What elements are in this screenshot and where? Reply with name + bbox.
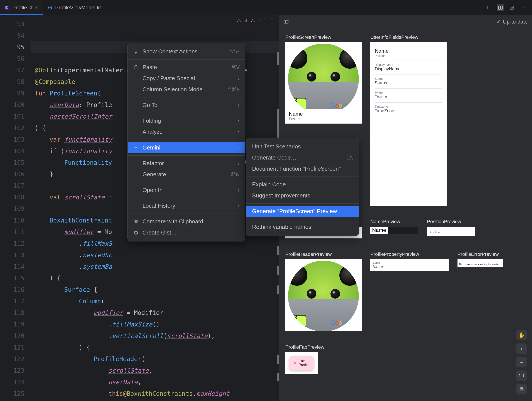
menu-item[interactable]: Folding›	[128, 115, 245, 126]
submenu-arrow-icon: ›	[238, 203, 240, 209]
submenu-arrow-icon: ›	[238, 187, 240, 194]
zoom-fit-icon[interactable]	[516, 384, 527, 395]
menu-item-label: Folding	[142, 117, 234, 124]
menu-shortcut: ⌘N	[231, 172, 240, 178]
menu-item[interactable]: Open In›	[128, 185, 245, 196]
menu-item[interactable]: Create Gist…	[128, 227, 245, 238]
layout-panel-icon[interactable]	[283, 18, 289, 25]
menu-item[interactable]: Show Context Actions⌥↩	[128, 46, 245, 57]
menu-item[interactable]: Document Function "ProfileScreen"	[246, 163, 359, 174]
menu-item[interactable]: Copy / Paste Special›	[128, 73, 245, 84]
menu-item[interactable]: Generate…⌘N	[128, 169, 245, 180]
design-preview-icon[interactable]	[508, 4, 515, 11]
preview-profile-header[interactable]: ProfileHeaderPreview { } Google	[285, 251, 362, 331]
gemini-submenu[interactable]: Unit Test ScenariosGenerate Code…⌘\Docum…	[246, 138, 359, 236]
menu-shortcut: ⌘V	[231, 64, 240, 70]
menu-item[interactable]: Generate "ProfileScreen" Preview	[246, 206, 359, 217]
menu-item[interactable]: Explain Code	[246, 179, 359, 190]
typo-icon: ⚠	[251, 18, 255, 24]
prev-highlight-icon[interactable]: ˄	[265, 18, 267, 24]
svg-rect-5	[499, 6, 500, 9]
menu-item-label: Generate "ProfileScreen" Preview	[252, 208, 353, 215]
menu-item-label: Analyze	[142, 129, 234, 135]
menu-item[interactable]: Column Selection Mode⇧⌘8	[128, 84, 245, 95]
menu-separator	[128, 214, 245, 214]
paste-icon	[133, 65, 139, 70]
tab-profile-kt[interactable]: Profile.kt ×	[0, 0, 43, 15]
menu-shortcut: ⌥↩	[229, 49, 240, 55]
pan-tool-icon[interactable]: ✋	[516, 330, 527, 340]
menu-item-label: Open In	[142, 187, 234, 194]
menu-item[interactable]: Suggest Improvements	[246, 190, 359, 201]
menu-item[interactable]: Refactor›	[128, 158, 245, 169]
menu-item[interactable]: Unit Test Scenarios	[246, 141, 359, 152]
preview-name[interactable]: NamePreview Name	[370, 219, 418, 234]
reader-mode-icon[interactable]	[485, 4, 493, 11]
menu-item[interactable]: Rethink variable names	[246, 221, 359, 233]
menu-item-label: Explain Code	[252, 181, 353, 188]
svg-rect-20	[136, 220, 138, 223]
split-preview-icon[interactable]	[497, 4, 504, 11]
zoom-in-icon[interactable]: ＋	[516, 344, 527, 354]
preview-position[interactable]: PositionPreview Position	[427, 219, 475, 236]
preview-profile-screen[interactable]: ProfileScreenPreview { } Google	[285, 34, 362, 124]
zoom-out-icon[interactable]: －	[516, 357, 527, 367]
edit-icon: ✎	[294, 361, 297, 365]
preview-title: ProfileErrorPreview	[457, 251, 503, 257]
menu-item[interactable]: Compare with Clipboard	[128, 216, 245, 227]
preview-title: UserInfoFieldsPreview	[370, 34, 447, 40]
more-options-icon[interactable]	[519, 4, 527, 11]
profile-position: Position	[289, 117, 358, 121]
svg-rect-15	[520, 388, 523, 391]
preview-title: ProfilePropertyPreview	[370, 251, 449, 257]
menu-item-label: Go To	[142, 102, 234, 108]
preview-profile-error[interactable]: ProfileErrorPreview There was an error l…	[457, 251, 503, 267]
submenu-arrow-icon: ›	[238, 117, 240, 124]
inspections-widget[interactable]: ⚠ 4 ⚠ 1 ˄ ˅	[235, 17, 275, 24]
gemini-icon	[133, 145, 139, 150]
menu-item[interactable]: Generate Code…⌘\	[246, 152, 359, 163]
preview-toolbar: ✔ Up-to-date	[279, 15, 532, 28]
menu-item[interactable]: Local History›	[128, 200, 245, 211]
menu-item[interactable]: Go To›	[128, 100, 245, 111]
preview-user-info-fields[interactable]: UserInfoFieldsPreview NamePositionDispla…	[370, 34, 447, 206]
svg-point-10	[523, 7, 524, 8]
menu-separator	[246, 177, 359, 177]
preview-profile-fab[interactable]: ProfileFabPreview ✎ Edit Profile	[285, 344, 324, 374]
tab-label: ProfileViewModel.kt	[55, 5, 101, 11]
svg-rect-6	[501, 6, 502, 9]
svg-point-11	[523, 9, 524, 10]
preview-profile-property[interactable]: ProfilePropertyPreview Label Value	[370, 251, 449, 271]
close-icon[interactable]: ×	[35, 5, 38, 10]
tab-profile-viewmodel-kt[interactable]: ProfileViewModel.kt	[43, 0, 106, 15]
menu-item[interactable]: Analyze›	[128, 126, 245, 138]
preview-title: ProfileScreenPreview	[285, 34, 362, 40]
edit-profile-fab: ✎ Edit Profile	[289, 356, 314, 370]
error-text: There was an error loading the profile	[459, 263, 499, 265]
svg-point-9	[523, 6, 524, 6]
editor-top-actions	[480, 0, 532, 15]
menu-separator	[128, 113, 245, 113]
svg-point-1	[50, 7, 51, 8]
fab-label: Edit Profile	[299, 359, 309, 367]
tab-label: Profile.kt	[12, 5, 32, 11]
warning-icon: ⚠	[237, 18, 241, 24]
github-icon	[133, 230, 139, 235]
submenu-arrow-icon: ›	[238, 160, 240, 167]
editor-context-menu[interactable]: Show Context Actions⌥↩Paste⌘VCopy / Past…	[127, 43, 245, 242]
menu-separator	[128, 59, 245, 59]
preview-status: Up-to-date	[503, 19, 528, 25]
zoom-ratio[interactable]: 1:1	[516, 370, 527, 381]
menu-item-label: Refactor	[142, 160, 234, 167]
line-number-gutter: 9394959697989910010110210310410510610710…	[0, 15, 31, 401]
next-highlight-icon[interactable]: ˅	[271, 18, 273, 24]
preview-title: ProfileFabPreview	[285, 344, 324, 350]
submenu-arrow-icon: ›	[238, 129, 240, 135]
menu-item[interactable]: Paste⌘V	[128, 62, 245, 73]
menu-item[interactable]: Gemini›	[128, 142, 245, 153]
menu-shortcut: ⌘\	[346, 155, 353, 161]
viewmodel-file-icon	[48, 5, 52, 10]
menu-separator	[128, 198, 245, 198]
menu-separator	[128, 182, 245, 182]
preview-title: ProfileHeaderPreview	[285, 251, 362, 257]
